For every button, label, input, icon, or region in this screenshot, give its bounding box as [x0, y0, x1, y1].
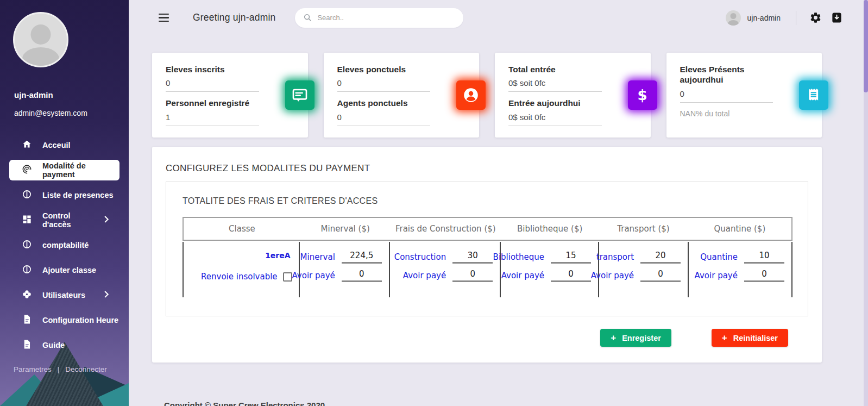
stat-card-eleves-inscrits: Eleves inscrits 0 Personnel enregistré 1 — [152, 53, 308, 138]
sidebar-item-configuration-heure[interactable]: Configuration Heure — [0, 310, 129, 330]
transport-cell: transport Avoir payé — [599, 242, 689, 297]
home-icon — [22, 139, 32, 151]
construction-amount-input[interactable] — [452, 250, 493, 264]
document-icon — [22, 314, 32, 326]
content-area: Eleves inscrits 0 Personnel enregistré 1… — [129, 35, 822, 406]
column-header-minerval: Minerval ($) — [300, 224, 391, 234]
quantine-cell: Quantine Avoir payé — [689, 242, 792, 297]
stat-value: 0 — [337, 78, 431, 92]
stat-value: 0$ soit 0fc — [508, 78, 602, 92]
dollar-icon: $ — [628, 80, 657, 110]
header-divider — [796, 11, 796, 25]
chat-list-icon — [285, 80, 315, 110]
stat-label: Eleves inscrits — [166, 64, 259, 74]
bibliotheque-amount-input[interactable] — [551, 250, 591, 264]
parametres-link[interactable]: Parametres — [14, 365, 52, 373]
column-header-transport: Transport ($) — [599, 224, 688, 234]
sidebar-item-label: Guide — [42, 341, 65, 349]
pie-chart-icon — [22, 264, 32, 276]
sidebar-item-label: comptabilité — [42, 241, 89, 249]
renvoie-insolvable-label: Renvoie insolvable — [201, 272, 278, 282]
app-root: ujn-admin admin@esystem.com Acceuil Moda… — [0, 0, 868, 406]
sidebar-item-label: Configuration Heure — [42, 316, 118, 324]
stat-label: Total entrée — [508, 64, 602, 74]
fee-label: Bibliotheque — [493, 252, 544, 262]
search-icon — [303, 13, 312, 22]
enregister-button-label: Enregister — [622, 334, 661, 342]
sidebar-item-label: Liste de presences — [42, 191, 114, 199]
sidebar-item-modalite-de-payment[interactable]: Modalité de payment — [9, 160, 119, 180]
reinitialiser-button[interactable]: + Reinitialiser — [712, 329, 788, 347]
chevron-right-icon — [101, 289, 111, 301]
section-title: CONFIGUREZ LES MODALITES DU PAYMENT — [166, 163, 808, 174]
sidebar-item-control-dacces[interactable]: Control d'accès — [0, 210, 129, 230]
document-icon — [22, 339, 32, 351]
construction-paid-input[interactable] — [452, 268, 493, 282]
fee-label: Quantine — [700, 252, 738, 262]
sidebar-user-name: ujn-admin — [14, 90, 129, 99]
search-bar[interactable] — [295, 8, 463, 28]
top-bar: Greeting ujn-admin ujn-admin — [129, 0, 868, 35]
stat-value: 0 — [680, 89, 773, 103]
column-header-quantine: Quantine ($) — [688, 224, 791, 234]
payment-config-panel: CONFIGUREZ LES MODALITES DU PAYMENT TOTA… — [152, 147, 822, 363]
page-title: Greeting ujn-admin — [193, 12, 275, 23]
fee-label: Construction — [394, 252, 446, 262]
minerval-amount-input[interactable] — [342, 250, 382, 264]
pie-chart-icon — [22, 189, 32, 201]
sidebar-item-label: Modalité de payment — [42, 161, 119, 179]
avoir-paye-label: Avoir payé — [501, 271, 544, 280]
sidebar-item-guide[interactable]: Guide — [0, 335, 129, 355]
deconnecter-link[interactable]: Deconnecter — [65, 365, 107, 373]
renvoie-insolvable-checkbox[interactable] — [283, 272, 292, 282]
sidebar-item-liste-de-presences[interactable]: Liste de presences — [0, 185, 129, 205]
bibliotheque-cell: Bibliotheque Avoir payé — [501, 242, 599, 297]
hamburger-menu-icon[interactable] — [159, 14, 169, 22]
transport-paid-input[interactable] — [640, 268, 681, 282]
sidebar-user-email: admin@esystem.com — [14, 109, 129, 117]
sidebar-item-label: Control d'accès — [42, 211, 91, 229]
construction-cell: Construction Avoir payé — [390, 242, 501, 297]
table-row: 1ereA Renvoie insolvable Minerval Avoir … — [183, 242, 792, 297]
header-user-name[interactable]: ujn-admin — [747, 14, 781, 22]
quantine-amount-input[interactable] — [744, 250, 784, 264]
stat-card-presents: Eleves Présents aujourdhui 0 NAN% du tot… — [666, 53, 822, 138]
avatar — [13, 12, 68, 67]
transport-amount-input[interactable] — [640, 250, 681, 264]
table-title: TOTALITE DES FRAIS ET CRITERES D'ACCES — [183, 196, 792, 206]
sidebar-item-label: Acceuil — [42, 141, 71, 149]
person-icon — [456, 80, 486, 110]
scrollbar-thumb[interactable] — [864, 0, 868, 92]
sidebar-item-utilisateurs[interactable]: Utilisateurs — [0, 285, 129, 305]
settings-gear-icon[interactable] — [809, 11, 822, 24]
stat-card-entrees: Total entrée 0$ soit 0fc Entrée aujourdh… — [495, 53, 651, 138]
bibliotheque-paid-input[interactable] — [551, 268, 591, 282]
quantine-paid-input[interactable] — [744, 268, 784, 282]
renvoie-insolvable-row: Renvoie insolvable — [201, 272, 292, 282]
minerval-cell: Minerval Avoir payé — [300, 242, 390, 297]
sidebar-item-acceuil[interactable]: Acceuil — [0, 135, 129, 155]
plus-icon: + — [611, 333, 616, 343]
sidebar: ujn-admin admin@esystem.com Acceuil Moda… — [0, 0, 129, 406]
stat-label: Eleves Présents aujourdhui — [680, 64, 773, 85]
enregister-button[interactable]: + Enregister — [600, 329, 671, 347]
scrollbar-track[interactable] — [864, 0, 868, 406]
sidebar-footer: Parametres | Deconnecter — [14, 365, 107, 373]
plus-icon: + — [722, 333, 727, 343]
stat-label: Eleves ponctuels — [337, 64, 431, 74]
stat-card-ponctuels: Eleves ponctuels 0 Agents ponctuels 0 — [324, 53, 480, 138]
search-input[interactable] — [317, 14, 459, 22]
column-header-classe: Classe — [184, 224, 300, 234]
sidebar-item-comptabilite[interactable]: comptabilité — [0, 235, 129, 255]
sidebar-item-ajouter-classe[interactable]: Ajouter classe — [0, 260, 129, 280]
classe-cell: 1ereA Renvoie insolvable — [183, 242, 300, 297]
fee-label: transport — [596, 252, 634, 262]
sidebar-item-label: Utilisateurs — [42, 291, 85, 299]
fees-panel: TOTALITE DES FRAIS ET CRITERES D'ACCES C… — [166, 182, 808, 316]
stat-note: NAN% du total — [680, 109, 773, 118]
main-column: Greeting ujn-admin ujn-admin — [129, 0, 868, 406]
system-update-icon[interactable] — [831, 11, 843, 24]
minerval-paid-input[interactable] — [342, 268, 382, 282]
action-buttons-row: + Enregister + Reinitialiser — [166, 329, 808, 347]
stat-value: 0 — [166, 78, 259, 92]
